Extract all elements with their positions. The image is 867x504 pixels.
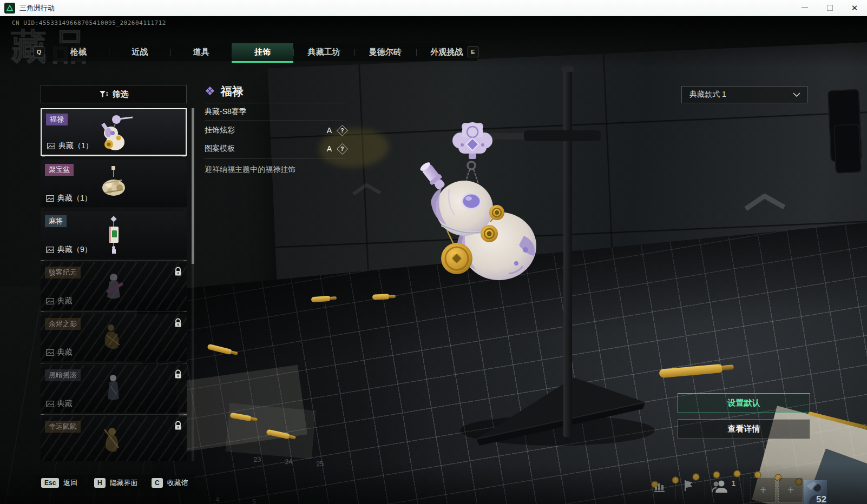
window-title: 三角洲行动 (19, 3, 55, 13)
charm-title: 福禄 (221, 84, 244, 99)
list-item-fulu[interactable]: 福禄 典藏（1） (41, 108, 187, 156)
c-keycap: C (152, 478, 163, 488)
charm-detail-panel: ❖ 福禄 典藏-S8赛季 挂饰炫彩 A ? 图案模板 A ? 迎祥纳福主题中的福… (205, 80, 346, 175)
prev-tab-key[interactable]: Q (34, 47, 44, 57)
plus-icon: + (760, 484, 766, 496)
item-thumbnail (85, 112, 144, 154)
charm-coin-small (481, 225, 498, 242)
charm-source: 典藏-S8赛季 (205, 103, 346, 121)
friends-icon[interactable] (711, 479, 730, 493)
collection-icon (47, 143, 55, 149)
charm-colorway-row: 挂饰炫彩 A ? (205, 121, 346, 140)
empty-slot-button[interactable]: + (751, 478, 776, 502)
hotkey-back[interactable]: Esc 返回 (35, 475, 84, 491)
tab-firearms[interactable]: 枪械 (48, 43, 109, 61)
charm-description: 迎祥纳福主题中的福禄挂饰 (205, 158, 346, 175)
bullet-prop (372, 294, 390, 300)
tab-collection-workshop[interactable]: 典藏工坊 (293, 43, 354, 61)
tab-charms[interactable]: 挂饰 (232, 43, 293, 61)
player-uid: CN UID:45533149668705410095_202604111712 (12, 19, 166, 26)
titlebar: 三角洲行动 ✕ (0, 0, 867, 16)
item-thumbnail (84, 420, 143, 461)
lock-icon (174, 369, 182, 379)
item-rarity-tag: 聚宝盆 (45, 164, 74, 176)
item-count: 典藏 (46, 399, 73, 409)
filter-icon (99, 90, 108, 98)
charm-clasp (452, 122, 492, 159)
help-icon[interactable]: ? (337, 124, 348, 136)
collection-icon (46, 349, 54, 356)
empty-slot-button[interactable]: + (778, 478, 803, 502)
friends-count: 1 (732, 479, 735, 487)
item-count: 典藏 (46, 348, 73, 357)
maximize-button[interactable] (817, 0, 842, 16)
pattern-label: 图案模板 (205, 144, 235, 154)
charm-sprout (418, 160, 448, 192)
filter-label: 筛选 (113, 89, 129, 100)
item-rarity-tag: 骇客纪元 (45, 267, 81, 278)
list-item-heian[interactable]: 黑暗摇滚 典藏 (41, 365, 187, 413)
item-rarity-tag: 福禄 (46, 114, 68, 125)
plus-icon: + (787, 484, 794, 496)
item-rarity-tag: 幸运鼠鼠 (45, 421, 81, 433)
flag-icon[interactable] (681, 478, 696, 493)
avatar-number: 52 (816, 494, 826, 504)
divider (675, 477, 676, 499)
item-thumbnail (84, 266, 143, 307)
charm-list: 福禄 典藏（1） 聚宝盆 (41, 108, 188, 461)
charm-coin-small (489, 205, 504, 220)
item-count: 典藏 (46, 296, 73, 306)
item-count: 典藏（9） (46, 245, 92, 255)
chevron-down-icon (793, 92, 800, 97)
player-avatar[interactable]: 52 (804, 480, 827, 504)
collection-icon (46, 247, 54, 253)
close-button[interactable]: ✕ (842, 0, 867, 16)
tab-props[interactable]: 道具 (170, 43, 232, 61)
divider (744, 477, 744, 499)
h-keycap: H (94, 478, 106, 488)
pattern-value: A (327, 144, 332, 153)
style-dropdown[interactable]: 典藏款式 1 (681, 86, 807, 103)
item-rarity-tag: 麻将 (45, 215, 67, 227)
charm-pattern-row: 图案模板 A ? (205, 140, 346, 158)
stats-icon[interactable] (652, 479, 667, 494)
minimize-button[interactable] (792, 0, 817, 16)
lock-icon (174, 267, 182, 276)
list-item-yujin[interactable]: 余烬之影 典藏 (41, 314, 187, 361)
list-scrollbar[interactable] (192, 108, 194, 461)
next-tab-key[interactable]: E (468, 47, 478, 57)
list-item-haike[interactable]: 骇客纪元 典藏 (41, 262, 187, 310)
esc-keycap: Esc (41, 478, 59, 488)
lock-icon (174, 421, 182, 430)
crate-latch (833, 124, 862, 174)
charm-3d-preview[interactable] (395, 59, 676, 460)
colorway-value: A (327, 126, 332, 135)
list-item-xingyun[interactable]: 幸运鼠鼠 (41, 416, 187, 461)
minimize-icon (802, 8, 808, 8)
list-item-majiang[interactable]: 麻将 典藏（9） (41, 211, 187, 258)
lock-icon (174, 318, 182, 328)
item-thumbnail (84, 214, 143, 255)
hotkey-gallery[interactable]: C 收藏馆 (145, 475, 195, 491)
tab-mandel-brick[interactable]: 曼德尔砖 (354, 43, 416, 61)
game-viewport: 23 24 25 4 5 (0, 16, 867, 504)
view-details-button[interactable]: 查看详情 (678, 419, 810, 439)
style-dropdown-value: 典藏款式 1 (689, 90, 726, 100)
scrollbar-thumb[interactable] (192, 108, 194, 264)
arrow-marking (745, 191, 784, 214)
mat-ruler-number: 23 (253, 455, 261, 463)
close-icon: ✕ (851, 4, 858, 12)
tab-melee[interactable]: 近战 (109, 43, 170, 61)
hotkey-hide-ui[interactable]: H 隐藏界面 (88, 475, 144, 491)
collection-icon (46, 401, 54, 407)
colorway-label: 挂饰炫彩 (205, 125, 235, 135)
set-default-button[interactable]: 设置默认 (678, 393, 810, 413)
rarity-diamonds-icon: ❖ (205, 84, 215, 98)
divider (705, 477, 705, 499)
item-thumbnail (84, 163, 143, 204)
filter-button[interactable]: 筛选 (41, 85, 187, 103)
help-icon[interactable]: ? (337, 143, 348, 154)
list-item-jubaopen[interactable]: 聚宝盆 典藏（1） (41, 160, 187, 207)
item-rarity-tag: 黑暗摇滚 (45, 369, 81, 381)
app-logo-icon (4, 3, 15, 14)
